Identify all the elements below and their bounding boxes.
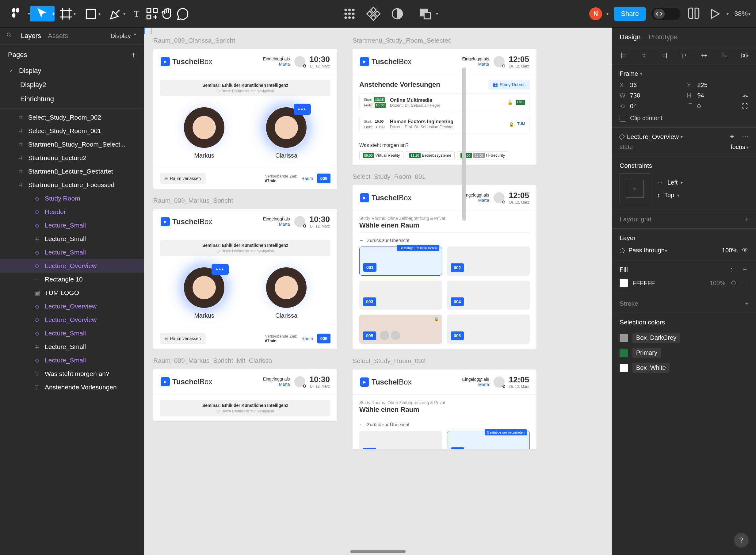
align-top-icon[interactable] xyxy=(680,51,688,60)
fill-swatch[interactable] xyxy=(620,279,628,287)
layer-item[interactable]: Lecture_Small xyxy=(0,340,144,353)
page-item[interactable]: Einrichtung xyxy=(3,92,141,106)
link-icon[interactable]: ⫘ xyxy=(741,92,749,99)
plus-icon[interactable]: + xyxy=(745,216,749,223)
artboard[interactable]: ▸TuschelBoxEingeloggt alsMarta10:30Di. 1… xyxy=(153,49,337,189)
shape-tool[interactable] xyxy=(83,6,98,22)
frame-label[interactable]: Raum_009_Clarissa_Spricht xyxy=(153,37,337,44)
layer-item[interactable]: Lecture_Small xyxy=(0,232,144,246)
chevron-down-icon[interactable]: ▾ xyxy=(640,71,642,76)
constraints-widget[interactable]: + xyxy=(620,174,650,204)
distribute-icon[interactable]: ▾ xyxy=(740,51,749,60)
layer-item[interactable]: Anstehende Vorlesungen xyxy=(0,381,144,394)
layer-item[interactable]: Startmenü_Lecture_Gestartet xyxy=(0,165,144,178)
search-icon[interactable] xyxy=(6,32,12,40)
selection-color-row[interactable]: Box_DarkGrey xyxy=(620,330,749,345)
play-icon[interactable] xyxy=(707,6,722,22)
grid-icon[interactable] xyxy=(342,6,357,22)
help-button[interactable]: ? xyxy=(734,533,749,548)
hand-tool[interactable] xyxy=(160,6,175,22)
text-tool[interactable]: T xyxy=(129,6,144,22)
mask-icon[interactable] xyxy=(390,6,405,22)
styles-icon[interactable]: ⸬ xyxy=(729,266,737,273)
align-hcenter-icon[interactable] xyxy=(640,51,649,60)
tab-assets[interactable]: Assets xyxy=(48,32,68,40)
plus-icon[interactable]: + xyxy=(741,266,749,273)
w-input[interactable]: W730 xyxy=(620,92,681,99)
horizontal-scrollbar[interactable] xyxy=(350,550,406,553)
artboard[interactable]: ▸TuschelBoxEingeloggt alsMarta12:05Di. 1… xyxy=(353,49,536,165)
layer-item[interactable]: Startmenü_Lecture_Focussed xyxy=(0,178,144,191)
blend-mode-select[interactable]: Pass through ▾ xyxy=(628,247,667,254)
x-input[interactable]: X36 xyxy=(620,82,681,89)
frame-tool[interactable] xyxy=(58,6,74,22)
chevron-down-icon[interactable]: ▾ xyxy=(607,11,609,16)
stroke-section[interactable]: Stroke+ xyxy=(612,294,756,313)
more-icon[interactable]: ⋯ xyxy=(741,133,749,140)
library-icon[interactable] xyxy=(686,6,702,22)
layer-item[interactable]: TUM LOGO xyxy=(0,286,144,300)
align-right-icon[interactable] xyxy=(660,51,668,60)
figma-menu[interactable]: ▾ xyxy=(5,6,30,22)
comment-tool[interactable] xyxy=(175,6,190,22)
page-item[interactable]: ✓Display xyxy=(3,64,141,78)
layer-item[interactable]: Was steht morgen an? xyxy=(0,367,144,381)
rotation-input[interactable]: ⟲0° xyxy=(620,102,681,111)
zoom-level[interactable]: 38%▾ xyxy=(734,10,751,18)
align-vcenter-icon[interactable] xyxy=(700,51,709,60)
layer-item[interactable]: Lecture_Overview xyxy=(0,259,144,272)
layer-item[interactable]: Startmenü_Lecture2 xyxy=(0,151,144,165)
clip-content-toggle[interactable]: Clip content xyxy=(620,115,749,122)
layer-item[interactable]: Rectangle 10 xyxy=(0,272,144,286)
plus-icon[interactable]: + xyxy=(745,300,749,307)
artboard[interactable]: ▸TuschelBoxEingeloggt alsMarta12:05Di. 1… xyxy=(353,370,536,449)
layer-item[interactable]: Select_Study_Room_002 xyxy=(0,111,144,124)
y-input[interactable]: Y225 xyxy=(687,82,749,89)
canvas[interactable]: ⌐ Raum_009_Clarissa_Spricht ▸TuschelBoxE… xyxy=(144,28,612,555)
hide-icon[interactable]: ⦵ xyxy=(729,279,737,287)
minus-icon[interactable]: − xyxy=(741,279,749,287)
layout-grid-section[interactable]: Layout grid+ xyxy=(612,210,756,229)
chevron-down-icon[interactable]: ▾ xyxy=(680,134,683,139)
align-bottom-icon[interactable] xyxy=(720,51,729,60)
layer-item[interactable]: Header xyxy=(0,205,144,219)
component-icon[interactable] xyxy=(366,6,381,22)
corners-icon[interactable]: ⛶ xyxy=(741,103,749,110)
layer-item[interactable]: Select_Study_Room_001 xyxy=(0,124,144,138)
artboard[interactable]: ▸TuschelBoxEingeloggt alsMarta10:30Di. 1… xyxy=(153,209,337,349)
layer-item[interactable]: Lecture_Overview xyxy=(0,300,144,313)
page-item[interactable]: Display2 xyxy=(3,78,141,92)
fill-hex-input[interactable]: FFFFFF xyxy=(632,280,655,287)
dev-mode-toggle[interactable] xyxy=(651,8,680,20)
vertical-scrollbar[interactable] xyxy=(462,68,466,221)
opacity-input[interactable]: 100% xyxy=(722,247,738,254)
artboard[interactable]: ▸TuschelBoxEingeloggt alsMarta10:30Di. 1… xyxy=(153,369,337,421)
move-tool[interactable]: ▾ xyxy=(30,6,54,22)
align-left-icon[interactable] xyxy=(620,51,628,60)
add-page-button[interactable]: + xyxy=(131,50,136,59)
eye-icon[interactable]: 👁 xyxy=(741,247,749,254)
layer-item[interactable]: Lecture_Overview xyxy=(0,313,144,327)
frame-label[interactable]: Startmenü_Study_Room_Selected xyxy=(353,37,536,44)
layer-item[interactable]: Lecture_Small xyxy=(0,246,144,259)
selection-color-row[interactable]: Primary xyxy=(620,345,749,360)
frame-label[interactable]: Select_Study_Room_001 xyxy=(353,173,536,180)
state-select[interactable]: focus▾ xyxy=(730,143,749,151)
pen-tool[interactable] xyxy=(108,6,123,22)
layer-item[interactable]: Study Room xyxy=(0,191,144,205)
v-constraint-select[interactable]: ↕Top▾ xyxy=(657,191,749,199)
frame-label[interactable]: Raum_009_Markus_Spricht_Mit_Clarissa xyxy=(153,357,337,364)
layer-item[interactable]: Lecture_Small xyxy=(0,327,144,340)
layer-item[interactable]: Lecture_Small xyxy=(0,219,144,232)
h-input[interactable]: H94⫘ xyxy=(687,92,749,99)
artboard[interactable]: ▸TuschelBoxEingeloggt alsMarta12:05Di. 1… xyxy=(353,185,536,349)
share-button[interactable]: Share xyxy=(614,7,646,21)
selection-color-row[interactable]: Box_White xyxy=(620,360,749,375)
swap-icon[interactable]: ✦ xyxy=(728,133,736,140)
frame-label[interactable]: Select_Study_Room_002 xyxy=(353,357,536,365)
component-name[interactable]: Lecture_Overview xyxy=(627,133,679,140)
layer-item[interactable]: Startmenü_Study_Room_Select... xyxy=(0,138,144,151)
layer-item[interactable]: Lecture_Small xyxy=(0,353,144,367)
resources-tool[interactable] xyxy=(144,6,160,22)
tab-layers[interactable]: Layers xyxy=(21,32,41,40)
